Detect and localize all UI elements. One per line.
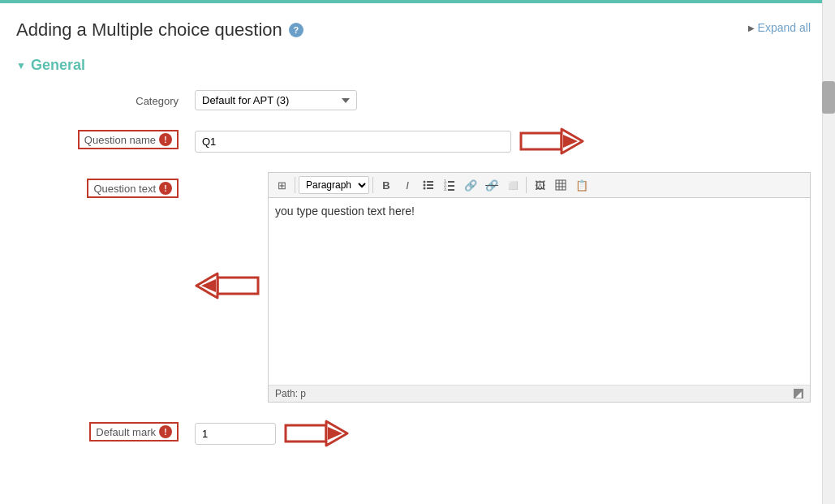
question-text-arrow-left (195, 172, 268, 302)
toolbar-grid-btn[interactable]: ⊞ (272, 175, 291, 195)
scrollbar-thumb[interactable] (822, 81, 835, 114)
question-name-control (195, 125, 811, 157)
editor-content-text: you type question text here! (275, 205, 415, 218)
question-name-label-text: Question name (84, 134, 156, 146)
question-text-row: Question text ! ⊞ Paragraph (32, 172, 811, 403)
editor-toolbar: ⊞ Paragraph B I 1.2.3. 🔗 🔗 (269, 173, 810, 198)
svg-point-10 (424, 187, 426, 190)
expand-all-button[interactable]: ▶ Expand all (748, 21, 811, 34)
scrollbar[interactable] (822, 0, 835, 504)
toolbar-table-btn[interactable] (551, 175, 570, 195)
svg-rect-11 (427, 187, 433, 189)
question-name-row: Question name ! (32, 125, 811, 157)
question-text-required-icon: ! (159, 182, 172, 195)
default-mark-label-wrap: Default mark ! (32, 417, 195, 442)
question-name-required-icon: ! (159, 133, 172, 146)
toolbar-unlink-btn[interactable]: 🔗 (482, 175, 501, 195)
category-label: Category (32, 90, 195, 107)
svg-rect-23 (286, 425, 326, 442)
question-name-label-wrap: Question name ! (32, 125, 195, 149)
page-title-text: Adding a Multiple choice question (16, 19, 282, 41)
toolbar-copy-btn[interactable]: 📋 (572, 175, 592, 195)
toolbar-sep-3 (526, 177, 527, 193)
toolbar-image-btn[interactable]: 🖼 (530, 175, 549, 195)
default-mark-label-box: Default mark ! (89, 422, 179, 442)
help-icon[interactable]: ? (289, 23, 303, 37)
toolbar-italic-btn[interactable]: I (398, 175, 417, 195)
default-mark-row: Default mark ! (32, 417, 811, 450)
general-section-header[interactable]: ▼ General (16, 57, 811, 74)
toolbar-link-btn[interactable]: 🔗 (461, 175, 480, 195)
toolbar-ol-btn[interactable]: 1.2.3. (440, 175, 459, 195)
svg-rect-9 (427, 184, 433, 186)
toolbar-ul-btn[interactable] (419, 175, 438, 195)
expand-all-arrow-icon: ▶ (748, 24, 755, 32)
page-title-row: Adding a Multiple choice question ? (16, 19, 811, 41)
editor-footer: Path: p ◢ (269, 385, 810, 402)
svg-rect-15 (448, 185, 454, 187)
toolbar-sep-2 (372, 177, 373, 193)
svg-rect-0 (521, 133, 562, 149)
question-name-label-box: Question name ! (78, 130, 179, 149)
toolbar-bold-btn[interactable]: B (377, 175, 396, 195)
svg-rect-3 (217, 278, 258, 294)
svg-rect-13 (448, 181, 454, 183)
svg-text:3.: 3. (444, 187, 447, 191)
question-text-left-arrow-icon (195, 269, 260, 302)
svg-rect-17 (448, 189, 454, 191)
question-text-label-wrap: Question text ! (32, 172, 195, 198)
default-mark-control (195, 417, 811, 450)
section-toggle-icon: ▼ (16, 60, 26, 71)
category-select[interactable]: Default for APT (3) Default for APT (2) … (195, 90, 357, 110)
svg-rect-7 (427, 181, 433, 183)
toolbar-paragraph-select[interactable]: Paragraph (299, 176, 369, 194)
category-control: Default for APT (3) Default for APT (2) … (195, 90, 811, 110)
default-mark-input[interactable] (195, 423, 276, 445)
category-row: Category Default for APT (3) Default for… (32, 90, 811, 110)
page-content: Adding a Multiple choice question ? ▶ Ex… (0, 3, 835, 480)
question-text-editor-body[interactable]: you type question text here! (269, 198, 810, 385)
expand-all-label: Expand all (758, 21, 811, 34)
question-text-editor: ⊞ Paragraph B I 1.2.3. 🔗 🔗 (268, 172, 811, 403)
question-text-label-text: Question text (93, 183, 156, 195)
default-mark-arrow-annotation (284, 417, 349, 450)
editor-resize-handle[interactable]: ◢ (794, 389, 803, 398)
editor-path: Path: p (275, 388, 306, 399)
general-section-title: General (31, 57, 85, 74)
default-mark-required-icon: ! (159, 425, 172, 438)
question-name-input[interactable] (195, 131, 511, 153)
svg-point-6 (424, 181, 426, 183)
question-name-arrow-annotation (519, 125, 584, 157)
toolbar-blank-btn[interactable]: ⬜ (503, 175, 523, 195)
default-mark-label-text: Default mark (96, 426, 156, 438)
svg-rect-18 (556, 180, 566, 190)
question-text-label-box: Question text ! (87, 179, 179, 198)
svg-point-8 (424, 184, 426, 187)
toolbar-sep-1 (295, 177, 295, 193)
general-form: Category Default for APT (3) Default for… (32, 90, 811, 450)
